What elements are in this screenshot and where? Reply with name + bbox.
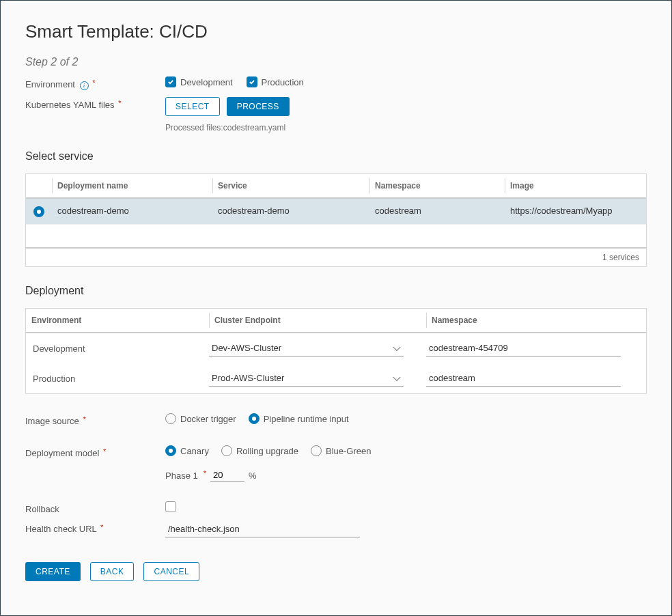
rollback-checkbox[interactable]: [165, 501, 176, 512]
percent-label: %: [249, 471, 257, 481]
environment-label: Environment i *: [25, 76, 165, 90]
col-environment: Environment: [26, 309, 209, 332]
radio-icon: [221, 445, 232, 456]
cell-deployment-name: codestream-demo: [52, 199, 212, 224]
phase1-label: Phase 1: [165, 471, 198, 481]
image-source-row: Image source * Docker trigger Pipeline r…: [25, 413, 647, 426]
col-image[interactable]: Image: [505, 174, 646, 197]
cell-image: https://codestream/Myapp: [505, 199, 646, 224]
col-deploy-namespace: Namespace: [426, 309, 646, 332]
cluster-select-development[interactable]: [209, 340, 404, 356]
required-marker: *: [100, 523, 103, 531]
page-title: Smart Template: CI/CD: [25, 21, 647, 42]
deployment-title: Deployment: [25, 285, 647, 297]
row-radio-selected[interactable]: [33, 206, 44, 217]
col-namespace[interactable]: Namespace: [369, 174, 505, 197]
image-source-pipeline-radio[interactable]: Pipeline runtime input: [249, 413, 349, 424]
image-source-docker-radio[interactable]: Docker trigger: [165, 413, 236, 424]
cell-service: codestream-demo: [212, 199, 369, 224]
checkbox-icon: [165, 501, 176, 512]
process-button[interactable]: PROCESS: [227, 97, 290, 116]
health-check-label: Health check URL *: [25, 521, 165, 534]
deployment-model-row: Deployment model * Canary Rolling upgrad…: [25, 445, 647, 482]
col-service[interactable]: Service: [212, 174, 369, 197]
service-table-header: Deployment name Service Namespace Image: [26, 174, 646, 199]
model-rolling-radio[interactable]: Rolling upgrade: [221, 445, 298, 456]
required-marker: *: [83, 415, 85, 423]
select-button[interactable]: SELECT: [165, 97, 220, 116]
env-production-checkbox[interactable]: Production: [247, 76, 304, 87]
required-marker: *: [118, 99, 121, 107]
deploy-env-production: Production: [26, 374, 209, 384]
namespace-input-development[interactable]: [426, 340, 621, 356]
create-button[interactable]: CREATE: [25, 562, 81, 581]
health-check-input[interactable]: [165, 521, 360, 537]
yaml-label: Kubernetes YAML files *: [25, 97, 165, 110]
deployment-table-header: Environment Cluster Endpoint Namespace: [26, 309, 646, 333]
back-button[interactable]: BACK: [90, 562, 135, 581]
cell-namespace: codestream: [369, 199, 505, 224]
service-table: Deployment name Service Namespace Image …: [25, 173, 647, 267]
step-indicator: Step 2 of 2: [25, 56, 647, 68]
radio-icon: [165, 445, 176, 456]
smart-template-form: Smart Template: CI/CD Step 2 of 2 Enviro…: [0, 0, 672, 616]
deploy-env-development: Development: [26, 344, 209, 354]
deployment-row: Development: [26, 333, 646, 363]
service-table-footer: 1 services: [26, 247, 646, 266]
model-bluegreen-radio[interactable]: Blue-Green: [311, 445, 371, 456]
namespace-input-production[interactable]: [426, 370, 621, 387]
rollback-row: Rollback: [25, 501, 647, 514]
health-check-row: Health check URL *: [25, 521, 647, 537]
action-bar: CREATE BACK CANCEL: [25, 562, 647, 581]
radio-icon: [311, 445, 322, 456]
col-deployment-name[interactable]: Deployment name: [52, 174, 212, 197]
select-service-title: Select service: [25, 150, 647, 163]
environment-row: Environment i * Development Production: [25, 76, 647, 90]
yaml-row: Kubernetes YAML files * SELECT PROCESS P…: [25, 97, 647, 132]
cancel-button[interactable]: CANCEL: [143, 562, 199, 581]
cluster-select-production[interactable]: [209, 370, 404, 387]
required-marker: *: [92, 79, 95, 87]
phase1-row: Phase 1 * %: [165, 468, 647, 482]
deployment-row: Production: [26, 363, 646, 393]
checkbox-icon: [247, 76, 257, 87]
image-source-label: Image source *: [25, 413, 165, 426]
col-cluster: Cluster Endpoint: [209, 309, 426, 332]
radio-icon: [249, 413, 260, 424]
processed-files-text: Processed files:codestream.yaml: [165, 123, 647, 132]
env-development-checkbox[interactable]: Development: [165, 76, 233, 87]
service-row[interactable]: codestream-demo codestream-demo codestre…: [26, 199, 646, 224]
radio-icon: [165, 413, 176, 424]
phase1-input[interactable]: [210, 468, 244, 482]
deployment-table: Environment Cluster Endpoint Namespace D…: [25, 308, 647, 394]
info-icon[interactable]: i: [80, 81, 89, 90]
checkbox-icon: [165, 76, 176, 87]
rollback-label: Rollback: [25, 501, 165, 514]
deployment-model-label: Deployment model *: [25, 445, 165, 458]
model-canary-radio[interactable]: Canary: [165, 445, 209, 456]
required-marker: *: [103, 447, 106, 456]
required-marker: *: [204, 469, 206, 477]
